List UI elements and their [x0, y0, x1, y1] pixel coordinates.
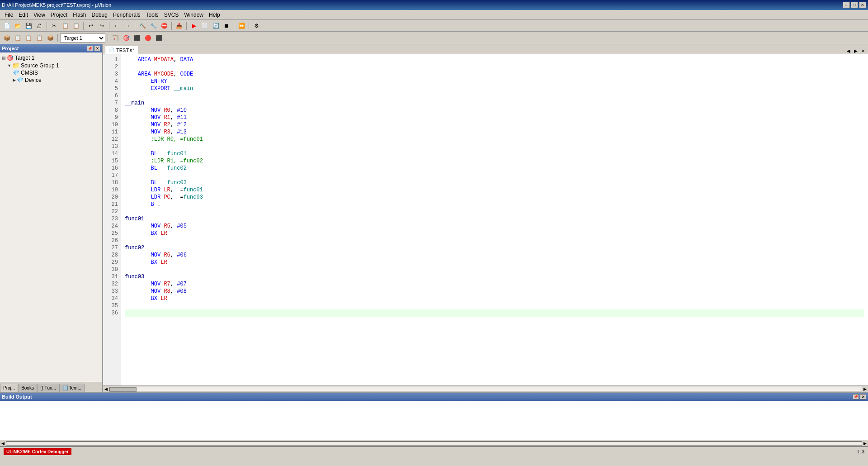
- toolbar2-btn4[interactable]: 📋: [34, 33, 44, 43]
- separator2: [83, 22, 84, 30]
- build-scroll-track[interactable]: [6, 441, 862, 446]
- build-button[interactable]: 🔨: [137, 21, 147, 30]
- toolbar2: 📦 📋 📋 📋 📦 Target 1 🏹 🎯 ⬛ 🔴 ⬛: [0, 32, 868, 44]
- stop-build-button[interactable]: ⛔: [159, 21, 169, 30]
- project-tree: ▤ 🎯 Target 1 ▼ 📁 Source Group 1 💎 CMSIS: [0, 52, 102, 382]
- build-panel-pin[interactable]: 📌: [853, 394, 859, 399]
- tab-test-s[interactable]: 📄 TEST.s*: [105, 46, 138, 54]
- dbg-stop-button[interactable]: ⏹: [222, 21, 231, 30]
- cursor-position: L:3: [858, 449, 864, 454]
- editor-area: 📄 TEST.s* ◀ ▶ ✕ 12345 678910 1112131415 …: [103, 44, 868, 392]
- editor-tab-arrows: ◀ ▶ ✕: [845, 48, 866, 54]
- menu-view[interactable]: View: [31, 11, 48, 19]
- separator1: [47, 22, 47, 30]
- toolbar2-btn1[interactable]: 📦: [2, 33, 12, 43]
- tab-project[interactable]: Proj...: [0, 384, 18, 392]
- menu-project[interactable]: Project: [48, 11, 70, 19]
- maximize-button[interactable]: □: [851, 2, 858, 8]
- save-all-button[interactable]: 🖨: [34, 21, 44, 30]
- toolbar2-btn9[interactable]: ⬛: [154, 33, 164, 43]
- tab-templates[interactable]: 🔠 Tem...: [59, 384, 85, 392]
- expand-device-icon: ▶: [13, 78, 16, 82]
- menu-edit[interactable]: Edit: [16, 11, 31, 19]
- reset-button[interactable]: 🔄: [211, 21, 221, 30]
- main-area: Project 📌 ✕ ▤ 🎯 Target 1 ▼ 📁 Source Grou: [0, 44, 868, 446]
- toolbar1: 📄 📂 💾 🖨 ✂ 📋 📋 ↩ ↪ ← → 🔨 🔧 ⛔ 📥 ▶ ⬜ 🔄 ⏹ ⏩ …: [0, 20, 868, 32]
- scroll-track[interactable]: [109, 387, 862, 391]
- device-label: Device: [25, 77, 42, 83]
- expand-source-icon: ▼: [7, 63, 11, 68]
- nav-forward-button[interactable]: →: [123, 21, 132, 30]
- statusbar: ULINK2/ME Cortex Debugger L:3: [0, 446, 868, 456]
- close-button[interactable]: ✕: [859, 2, 866, 8]
- code-editor[interactable]: 12345 678910 1112131415 1617181920 21222…: [103, 54, 868, 385]
- toolbar2-btn6[interactable]: 🎯: [121, 33, 131, 43]
- tab-functions[interactable]: {} Fun...: [37, 384, 59, 392]
- minimize-button[interactable]: −: [843, 2, 850, 8]
- menu-file[interactable]: File: [2, 11, 16, 19]
- nav-back-button[interactable]: ←: [112, 21, 122, 30]
- scroll-right-arrow[interactable]: ▶: [862, 387, 868, 391]
- separator3: [109, 22, 109, 30]
- toolbar2-sep1: [57, 34, 58, 42]
- debug-button[interactable]: ▶: [189, 21, 199, 30]
- tab-arrow-right[interactable]: ▶: [853, 48, 859, 54]
- ulink-status: ULINK2/ME Cortex Debugger: [4, 448, 71, 455]
- build-panel-close[interactable]: ✕: [860, 394, 866, 399]
- toolbar2-btn5[interactable]: 📦: [45, 33, 55, 43]
- tree-item-device[interactable]: ▶ 💎 Device: [0, 76, 102, 84]
- toolbar2-btn8[interactable]: 🔴: [143, 33, 153, 43]
- project-panel-title: Project: [2, 46, 19, 51]
- titlebar: D:\All Project\MDK5 project\TEST.uvproj …: [0, 0, 868, 10]
- redo-button[interactable]: ↪: [97, 21, 107, 30]
- load-button[interactable]: 📥: [174, 21, 184, 30]
- options-button[interactable]: ⚙: [251, 21, 261, 30]
- build-panel-header: Build Output 📌 ✕: [0, 393, 868, 401]
- stop-debug-button[interactable]: ⬜: [200, 21, 210, 30]
- code-content[interactable]: AREA MYDATA, DATA AREA MYCODE, CODE ENTR…: [121, 54, 868, 385]
- target-icon: 🎯: [7, 55, 14, 61]
- rebuild-button[interactable]: 🔧: [148, 21, 158, 30]
- tree-item-source-group[interactable]: ▼ 📁 Source Group 1: [0, 62, 102, 69]
- menu-peripherals[interactable]: Peripherals: [110, 11, 143, 19]
- menu-tools[interactable]: Tools: [143, 11, 161, 19]
- tree-item-cmsis[interactable]: 💎 CMSIS: [0, 69, 102, 76]
- project-panel-close[interactable]: ✕: [94, 46, 100, 51]
- build-scroll-left[interactable]: ◀: [0, 441, 6, 446]
- tab-test-s-label: TEST.s*: [116, 48, 134, 53]
- build-scroll-right[interactable]: ▶: [862, 441, 868, 446]
- target-selector[interactable]: Target 1: [60, 33, 105, 43]
- run-to-cursor[interactable]: ⏩: [236, 21, 246, 30]
- project-tabs: Proj... Books {} Fun... 🔠 Tem...: [0, 382, 102, 392]
- new-file-button[interactable]: 📄: [2, 21, 12, 30]
- menu-window[interactable]: Window: [181, 11, 206, 19]
- menu-debug[interactable]: Debug: [89, 11, 110, 19]
- scroll-left-arrow[interactable]: ◀: [103, 387, 109, 391]
- save-button[interactable]: 💾: [24, 21, 33, 30]
- device-icon: 💎: [17, 77, 24, 83]
- tree-item-root[interactable]: ▤ 🎯 Target 1: [0, 54, 102, 62]
- tab-books[interactable]: Books: [18, 384, 37, 392]
- project-panel-pin[interactable]: 📌: [87, 46, 93, 51]
- toolbar2-btn2[interactable]: 📋: [13, 33, 23, 43]
- copy-button[interactable]: 📋: [60, 21, 70, 30]
- menu-flash[interactable]: Flash: [70, 11, 89, 19]
- tab-arrow-left[interactable]: ◀: [845, 48, 852, 54]
- menu-svcs[interactable]: SVCS: [161, 11, 182, 19]
- menu-help[interactable]: Help: [206, 11, 223, 19]
- cut-button[interactable]: ✂: [49, 21, 59, 30]
- folder-icon: 📁: [12, 62, 19, 69]
- undo-button[interactable]: ↩: [86, 21, 96, 30]
- editor-scrollbar[interactable]: ◀ ▶: [103, 385, 868, 392]
- target-label: Target 1: [15, 55, 34, 61]
- build-scrollbar[interactable]: ◀ ▶: [0, 440, 868, 446]
- scroll-thumb[interactable]: [109, 387, 137, 392]
- project-panel-header: Project 📌 ✕: [0, 44, 102, 52]
- toolbar2-sep2: [108, 34, 108, 42]
- toolbar2-btn7[interactable]: ⬛: [132, 33, 142, 43]
- toolbar2-arrow[interactable]: 🏹: [110, 33, 120, 43]
- toolbar2-btn3[interactable]: 📋: [24, 33, 33, 43]
- tab-close[interactable]: ✕: [860, 48, 866, 54]
- open-button[interactable]: 📂: [13, 21, 23, 30]
- paste-button[interactable]: 📋: [71, 21, 81, 30]
